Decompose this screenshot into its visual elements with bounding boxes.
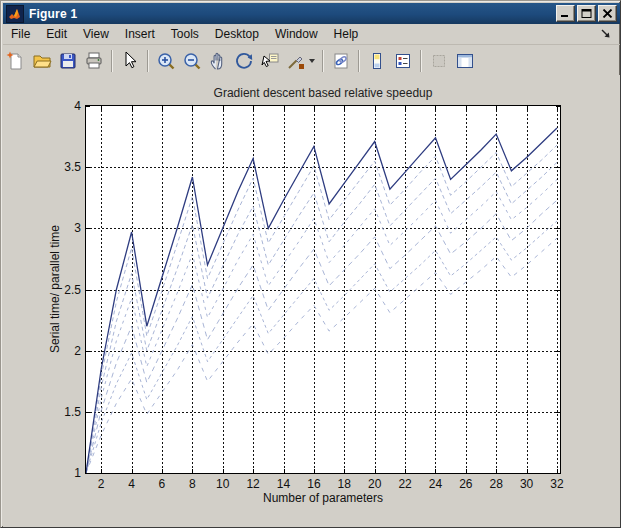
- y-tick-label: 3: [47, 221, 81, 235]
- speedup-run-1-line: [86, 145, 557, 473]
- insert-legend-button[interactable]: [391, 49, 415, 73]
- minimize-button[interactable]: [556, 5, 575, 22]
- pan-icon: [208, 51, 228, 71]
- figure-canvas: Gradient descent based relative speedup …: [3, 75, 620, 527]
- edit-plot-icon: [120, 51, 140, 71]
- plot-title: Gradient descent based relative speedup: [86, 86, 560, 100]
- menu-tools[interactable]: Tools: [163, 25, 207, 43]
- zoom-in-button[interactable]: [154, 49, 178, 73]
- y-tick-label: 3.5: [47, 160, 81, 174]
- brush-data-icon: [286, 51, 306, 71]
- menu-insert[interactable]: Insert: [117, 25, 163, 43]
- x-axis-label: Number of parameters: [86, 491, 560, 505]
- y-tick-label: 2: [47, 344, 81, 358]
- menu-bar: FileEditViewInsertToolsDesktopWindowHelp: [3, 24, 620, 44]
- toolbar: [3, 44, 620, 77]
- toolbar-separator: [358, 50, 360, 72]
- speedup-main-line: [86, 128, 557, 473]
- rotate-3d-button[interactable]: [232, 49, 256, 73]
- print-figure-button[interactable]: [82, 49, 106, 73]
- window-title: Figure 1: [29, 7, 77, 21]
- brush-dropdown-caret[interactable]: [309, 59, 315, 63]
- toolbar-separator: [111, 50, 113, 72]
- plot-area[interactable]: [85, 105, 561, 474]
- toolbar-separator: [420, 50, 422, 72]
- menu-edit[interactable]: Edit: [38, 25, 75, 43]
- edit-plot-button[interactable]: [118, 49, 142, 73]
- y-tick-label: 4: [47, 99, 81, 113]
- speedup-run-5-line: [86, 221, 557, 473]
- dock-figure-button[interactable]: [600, 28, 612, 40]
- toolbar-separator: [147, 50, 149, 72]
- insert-colorbar-button[interactable]: [365, 49, 389, 73]
- close-button[interactable]: [598, 5, 617, 22]
- zoom-out-button[interactable]: [180, 49, 204, 73]
- open-file-icon: [32, 51, 52, 71]
- toolbar-separator: [322, 50, 324, 72]
- open-file-button[interactable]: [30, 49, 54, 73]
- window-controls: [556, 5, 620, 22]
- data-cursor-icon: [260, 51, 280, 71]
- insert-colorbar-icon: [367, 51, 387, 71]
- menu-file[interactable]: File: [3, 25, 38, 43]
- data-cursor-button[interactable]: [258, 49, 282, 73]
- hide-plot-tools-icon: [429, 51, 449, 71]
- rotate-3d-icon: [234, 51, 254, 71]
- pan-button[interactable]: [206, 49, 230, 73]
- hide-plot-tools-button[interactable]: [427, 49, 451, 73]
- chart-svg: [86, 106, 560, 473]
- zoom-out-icon: [182, 51, 202, 71]
- close-icon: [602, 9, 613, 18]
- maximize-icon: [581, 9, 592, 18]
- figure-window: Figure 1 FileEditViewInsertToolsDesktopW…: [0, 0, 621, 528]
- menu-help[interactable]: Help: [326, 25, 367, 43]
- menu-desktop[interactable]: Desktop: [207, 25, 267, 43]
- menu-window[interactable]: Window: [267, 25, 326, 43]
- zoom-in-icon: [156, 51, 176, 71]
- menu-view[interactable]: View: [75, 25, 117, 43]
- new-figure-button[interactable]: [4, 49, 28, 73]
- maximize-button[interactable]: [577, 5, 596, 22]
- link-plot-button[interactable]: [329, 49, 353, 73]
- minimize-icon: [560, 9, 571, 18]
- speedup-run-3-line: [86, 179, 557, 473]
- save-figure-icon: [58, 51, 78, 71]
- x-tick-label: 32: [537, 477, 577, 491]
- link-plot-icon: [331, 51, 351, 71]
- y-tick-label: 1.5: [47, 405, 81, 419]
- speedup-run-6-line: [86, 238, 557, 473]
- show-plot-tools-icon: [455, 51, 475, 71]
- speedup-run-2-line: [86, 162, 557, 473]
- new-figure-icon: [6, 51, 26, 71]
- insert-legend-icon: [393, 51, 413, 71]
- save-figure-button[interactable]: [56, 49, 80, 73]
- menu-items: FileEditViewInsertToolsDesktopWindowHelp: [3, 25, 366, 43]
- speedup-run-4-line: [86, 200, 557, 473]
- title-bar[interactable]: Figure 1: [3, 3, 620, 24]
- y-tick-label: 2.5: [47, 283, 81, 297]
- dock-arrow-icon: [600, 28, 612, 40]
- brush-data-button[interactable]: [284, 49, 308, 73]
- show-plot-tools-button[interactable]: [453, 49, 477, 73]
- print-figure-icon: [84, 51, 104, 71]
- matlab-icon: [6, 5, 24, 23]
- y-tick-label: 1: [47, 466, 81, 480]
